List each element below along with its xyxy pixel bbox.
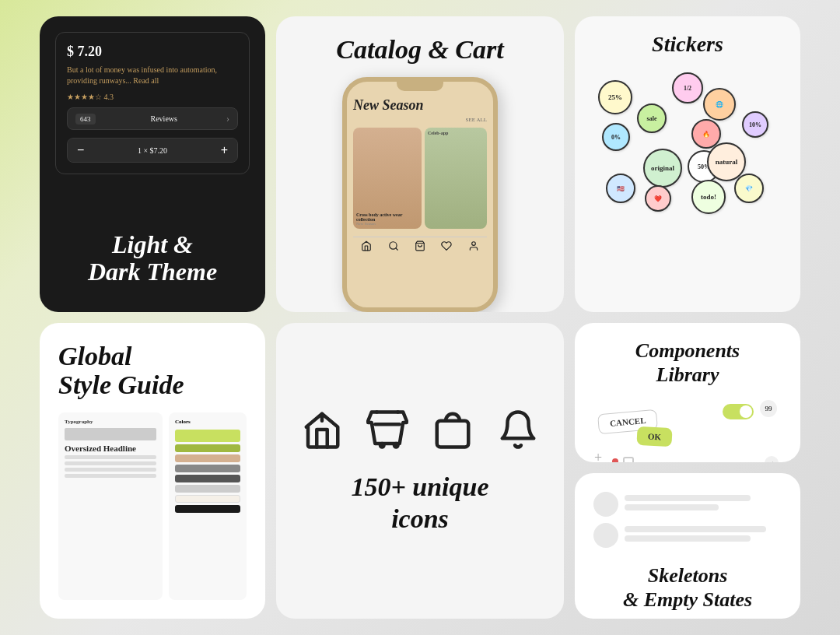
reviews-label: Reviews <box>151 114 177 123</box>
sg-color-swatch-4 <box>175 465 240 472</box>
phone-mockup: New Season SEE ALL Cross body active wea… <box>342 77 498 312</box>
stickers-title: Stickers <box>590 32 785 57</box>
phone-content: New Season SEE ALL Cross body active wea… <box>347 91 493 261</box>
svg-rect-6 <box>437 421 469 447</box>
skeletons-title: Skeletons& Empty States <box>593 563 782 612</box>
phone-search-icon <box>388 240 399 251</box>
checkbox-component[interactable] <box>623 457 634 462</box>
product-price: $ 7.20 <box>67 44 238 60</box>
sg-color-swatch-5 <box>175 475 240 482</box>
phone-caption-1: Cross body active wear collection <box>356 212 418 222</box>
sg-line-1 <box>65 455 156 459</box>
sticker-item: 🌐 <box>703 88 736 121</box>
sticker-item: 🇺🇸 <box>606 174 635 203</box>
card-catalog: Catalog & Cart New Season SEE ALL Cross … <box>276 16 564 312</box>
small-badge: g <box>765 456 779 462</box>
phone-home-icon <box>361 240 372 251</box>
sg-colors-label: Colors <box>175 419 240 425</box>
catalog-title: Catalog & Cart <box>336 35 503 65</box>
card-stickers: Stickers 25%sale1/20%🌐10%🔥original50%nat… <box>575 16 800 312</box>
qty-plus-button[interactable]: + <box>212 139 237 162</box>
sg-colors-panel: Colors <box>169 412 247 600</box>
skeleton-row-1 <box>593 492 782 517</box>
sticker-item: sale <box>637 103 667 133</box>
sticker-item: todo! <box>691 180 726 214</box>
style-guide-preview: Typography Oversized Headline Colors <box>58 412 247 600</box>
skeleton-avatar-1 <box>593 492 618 517</box>
sticker-item: 10% <box>742 111 768 138</box>
right-column: ComponentsLibrary CANCEL OK 99 + g <box>575 323 800 619</box>
sg-color-swatch-6 <box>175 485 240 493</box>
product-stars: ★★★★☆ 4.3 <box>67 93 238 101</box>
card-light-dark: $ 7.20 But a lot of money was infused in… <box>40 16 265 312</box>
components-title: ComponentsLibrary <box>590 339 785 387</box>
qty-minus-button[interactable]: − <box>68 139 93 162</box>
bag-icon <box>429 406 476 453</box>
svg-point-5 <box>394 444 398 447</box>
quantity-stepper: − 1 × $7.20 + <box>67 138 238 163</box>
icons-title: 150+ uniqueicons <box>351 472 488 535</box>
toggle-component[interactable] <box>723 404 754 419</box>
card-skeletons: Skeletons& Empty States <box>575 473 800 619</box>
sg-oversized: Oversized Headline <box>65 444 156 453</box>
qty-value: 1 × $7.20 <box>93 142 211 160</box>
sticker-item: 1/2 <box>672 72 703 103</box>
phone-notch <box>397 82 443 91</box>
svg-point-4 <box>380 444 384 447</box>
sg-color-swatch-7 <box>175 495 240 503</box>
status-dot <box>612 458 618 462</box>
skeleton-line-1b <box>625 504 719 510</box>
skeleton-avatar-2 <box>593 523 618 548</box>
card-components: ComponentsLibrary CANCEL OK 99 + g <box>575 323 800 462</box>
sg-color-swatch-8 <box>175 505 240 513</box>
sg-type-label: Typography <box>65 419 156 425</box>
sg-type-block-1 <box>65 428 156 440</box>
card-icons: 150+ uniqueicons <box>276 323 564 619</box>
svg-line-1 <box>395 248 397 251</box>
sg-color-swatch-1 <box>175 430 240 442</box>
product-description: But a lot of money was infused into auto… <box>67 65 238 86</box>
sticker-item: 25% <box>598 80 632 114</box>
skeleton-row-2 <box>593 523 782 548</box>
phone-new-season: New Season <box>353 97 487 114</box>
skeleton-lines-1 <box>625 495 782 514</box>
skeleton-line-1a <box>625 495 751 501</box>
sticker-item: ❤️ <box>645 185 671 212</box>
badge-component: 99 <box>760 400 777 417</box>
home-icon <box>299 406 345 453</box>
skeletons-preview <box>593 492 782 554</box>
phone-image-row: Cross body active wear collection New Se… <box>353 128 487 229</box>
sg-line-3 <box>65 468 156 472</box>
phone-heart-icon <box>441 240 452 251</box>
skeleton-line-2a <box>625 526 766 532</box>
sticker-item: 0% <box>602 123 630 151</box>
style-guide-title: GlobalStyle Guide <box>58 342 247 400</box>
toggle-knob <box>740 405 752 418</box>
phone-img-2: Celeb-app <box>425 128 487 229</box>
sticker-item: original <box>643 149 682 188</box>
sg-line-2 <box>65 461 156 465</box>
sg-line-4 <box>65 474 156 478</box>
cart-icon <box>364 406 411 453</box>
phone-user-icon <box>468 240 479 251</box>
phone-bag-icon <box>415 240 425 251</box>
stickers-area: 25%sale1/20%🌐10%🔥original50%natural🇺🇸❤️t… <box>590 65 785 220</box>
ok-tag[interactable]: OK <box>636 426 672 447</box>
product-widget: $ 7.20 But a lot of money was infused in… <box>55 32 250 174</box>
sg-color-swatch-2 <box>175 444 240 452</box>
plus-icon: + <box>594 450 602 462</box>
main-grid: $ 7.20 But a lot of money was infused in… <box>16 0 824 635</box>
sg-color-swatch-3 <box>175 454 240 462</box>
phone-caption-2: Celeb-app <box>425 128 487 139</box>
svg-point-3 <box>471 242 475 246</box>
sg-typography-panel: Typography Oversized Headline <box>58 412 163 600</box>
skeleton-line-2b <box>625 535 751 542</box>
components-preview: CANCEL OK 99 + g <box>590 396 785 462</box>
icons-row <box>299 406 541 453</box>
product-reviews-row[interactable]: 643 Reviews › <box>67 107 238 130</box>
reviews-arrow-icon: › <box>226 113 229 125</box>
sticker-item: 💎 <box>734 174 764 203</box>
card-style-guide: GlobalStyle Guide Typography Oversized H… <box>40 323 265 619</box>
phone-img-1: Cross body active wear collection New Se… <box>353 128 422 229</box>
phone-sub-1: New Season <box>356 222 418 226</box>
